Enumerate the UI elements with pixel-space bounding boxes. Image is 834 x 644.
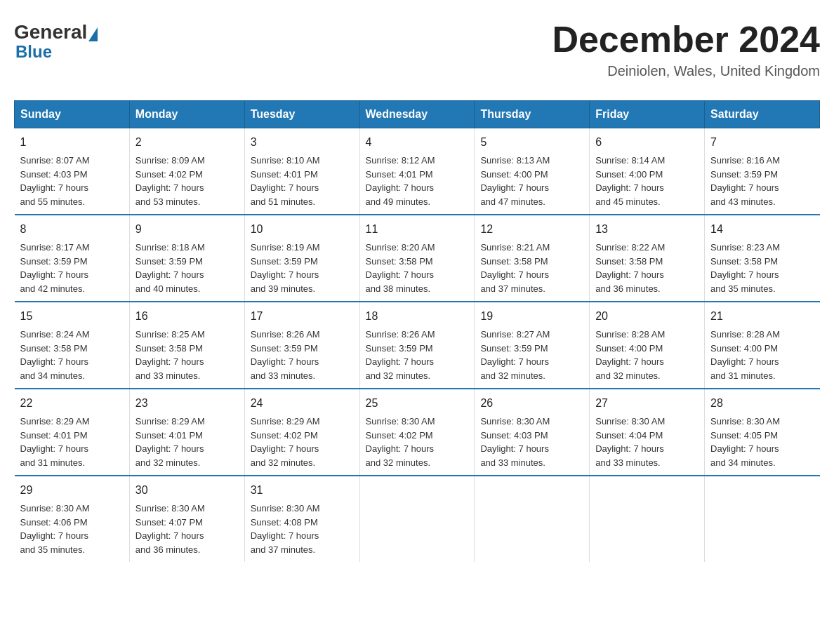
day-daylight-cont-text: and 32 minutes. bbox=[366, 457, 431, 468]
calendar-day-cell bbox=[705, 476, 820, 562]
day-daylight-cont-text: and 35 minutes. bbox=[710, 283, 776, 294]
day-daylight-cont-text: and 38 minutes. bbox=[366, 283, 431, 294]
day-sunrise-text: Sunrise: 8:23 AM bbox=[710, 242, 780, 253]
calendar-day-cell: 3Sunrise: 8:10 AMSunset: 4:01 PMDaylight… bbox=[244, 128, 359, 215]
day-number: 16 bbox=[135, 308, 239, 325]
col-friday: Friday bbox=[590, 101, 705, 128]
day-sunrise-text: Sunrise: 8:28 AM bbox=[710, 329, 780, 340]
calendar-day-cell: 9Sunrise: 8:18 AMSunset: 3:59 PMDaylight… bbox=[129, 215, 244, 302]
day-sunset-text: Sunset: 4:06 PM bbox=[20, 517, 88, 528]
calendar-day-cell: 7Sunrise: 8:16 AMSunset: 3:59 PMDaylight… bbox=[705, 128, 820, 215]
day-daylight-cont-text: and 36 minutes. bbox=[595, 283, 661, 294]
day-number: 29 bbox=[20, 482, 124, 499]
calendar-day-cell: 22Sunrise: 8:29 AMSunset: 4:01 PMDayligh… bbox=[15, 389, 130, 476]
day-number: 14 bbox=[710, 221, 814, 238]
calendar-day-cell: 2Sunrise: 8:09 AMSunset: 4:02 PMDaylight… bbox=[129, 128, 244, 215]
day-daylight-text: Daylight: 7 hours bbox=[366, 269, 435, 280]
day-daylight-cont-text: and 32 minutes. bbox=[480, 370, 545, 381]
day-number: 10 bbox=[251, 221, 354, 238]
day-number: 20 bbox=[595, 308, 699, 325]
day-daylight-text: Daylight: 7 hours bbox=[595, 269, 664, 280]
day-sunset-text: Sunset: 4:00 PM bbox=[595, 343, 663, 354]
day-sunrise-text: Sunrise: 8:22 AM bbox=[595, 242, 665, 253]
day-sunset-text: Sunset: 4:07 PM bbox=[135, 517, 203, 528]
day-sunrise-text: Sunrise: 8:12 AM bbox=[366, 155, 435, 166]
calendar-day-cell: 6Sunrise: 8:14 AMSunset: 4:00 PMDaylight… bbox=[590, 128, 705, 215]
day-sunset-text: Sunset: 4:00 PM bbox=[710, 343, 778, 354]
calendar-day-cell bbox=[359, 476, 475, 562]
day-sunrise-text: Sunrise: 8:28 AM bbox=[595, 329, 665, 340]
day-sunset-text: Sunset: 4:00 PM bbox=[595, 169, 663, 180]
day-sunrise-text: Sunrise: 8:27 AM bbox=[480, 329, 550, 340]
day-daylight-text: Daylight: 7 hours bbox=[595, 443, 664, 454]
calendar-week-row: 29Sunrise: 8:30 AMSunset: 4:06 PMDayligh… bbox=[15, 476, 820, 562]
calendar-day-cell: 23Sunrise: 8:29 AMSunset: 4:01 PMDayligh… bbox=[129, 389, 244, 476]
day-daylight-text: Daylight: 7 hours bbox=[366, 182, 435, 193]
calendar-day-cell: 24Sunrise: 8:29 AMSunset: 4:02 PMDayligh… bbox=[244, 389, 359, 476]
calendar-week-row: 15Sunrise: 8:24 AMSunset: 3:58 PMDayligh… bbox=[15, 302, 820, 389]
day-number: 6 bbox=[595, 134, 699, 151]
day-sunset-text: Sunset: 3:59 PM bbox=[480, 343, 548, 354]
day-sunrise-text: Sunrise: 8:26 AM bbox=[251, 329, 320, 340]
page-header: General Blue December 2024 Deiniolen, Wa… bbox=[14, 14, 820, 86]
day-daylight-text: Daylight: 7 hours bbox=[710, 443, 779, 454]
day-daylight-cont-text: and 43 minutes. bbox=[710, 196, 776, 207]
day-daylight-cont-text: and 37 minutes. bbox=[480, 283, 545, 294]
day-daylight-text: Daylight: 7 hours bbox=[135, 530, 204, 541]
day-daylight-cont-text: and 49 minutes. bbox=[366, 196, 431, 207]
day-sunset-text: Sunset: 3:59 PM bbox=[20, 256, 88, 267]
day-sunrise-text: Sunrise: 8:29 AM bbox=[251, 416, 320, 427]
col-sunday: Sunday bbox=[15, 101, 130, 128]
day-sunset-text: Sunset: 4:05 PM bbox=[710, 430, 778, 441]
day-number: 13 bbox=[595, 221, 699, 238]
day-sunrise-text: Sunrise: 8:07 AM bbox=[20, 155, 90, 166]
day-number: 2 bbox=[135, 134, 239, 151]
day-sunset-text: Sunset: 4:03 PM bbox=[480, 430, 548, 441]
calendar-body: 1Sunrise: 8:07 AMSunset: 4:03 PMDaylight… bbox=[15, 128, 820, 563]
day-daylight-cont-text: and 39 minutes. bbox=[251, 283, 316, 294]
calendar-day-cell: 19Sunrise: 8:27 AMSunset: 3:59 PMDayligh… bbox=[475, 302, 590, 389]
calendar-day-cell: 16Sunrise: 8:25 AMSunset: 3:58 PMDayligh… bbox=[129, 302, 244, 389]
day-daylight-text: Daylight: 7 hours bbox=[595, 356, 664, 367]
day-daylight-cont-text: and 51 minutes. bbox=[251, 196, 316, 207]
calendar-day-cell: 1Sunrise: 8:07 AMSunset: 4:03 PMDaylight… bbox=[15, 128, 130, 215]
calendar-day-cell: 5Sunrise: 8:13 AMSunset: 4:00 PMDaylight… bbox=[475, 128, 590, 215]
calendar-day-cell bbox=[475, 476, 590, 562]
day-daylight-text: Daylight: 7 hours bbox=[251, 356, 319, 367]
header-row: Sunday Monday Tuesday Wednesday Thursday… bbox=[15, 101, 820, 128]
calendar-week-row: 22Sunrise: 8:29 AMSunset: 4:01 PMDayligh… bbox=[15, 389, 820, 476]
day-daylight-text: Daylight: 7 hours bbox=[135, 269, 204, 280]
day-sunset-text: Sunset: 4:01 PM bbox=[366, 169, 433, 180]
day-number: 31 bbox=[251, 482, 354, 499]
day-daylight-text: Daylight: 7 hours bbox=[480, 443, 549, 454]
calendar-day-cell: 30Sunrise: 8:30 AMSunset: 4:07 PMDayligh… bbox=[129, 476, 244, 562]
day-sunset-text: Sunset: 3:58 PM bbox=[595, 256, 663, 267]
day-daylight-text: Daylight: 7 hours bbox=[20, 530, 89, 541]
day-sunset-text: Sunset: 3:58 PM bbox=[20, 343, 88, 354]
logo: General Blue bbox=[14, 21, 99, 62]
day-sunset-text: Sunset: 4:03 PM bbox=[20, 169, 88, 180]
calendar-day-cell: 12Sunrise: 8:21 AMSunset: 3:58 PMDayligh… bbox=[475, 215, 590, 302]
day-daylight-cont-text: and 31 minutes. bbox=[710, 370, 776, 381]
day-daylight-cont-text: and 33 minutes. bbox=[595, 457, 661, 468]
day-sunset-text: Sunset: 4:02 PM bbox=[366, 430, 433, 441]
day-daylight-cont-text: and 53 minutes. bbox=[135, 196, 201, 207]
day-number: 25 bbox=[366, 395, 469, 412]
day-sunset-text: Sunset: 4:00 PM bbox=[480, 169, 548, 180]
day-sunrise-text: Sunrise: 8:30 AM bbox=[135, 503, 205, 514]
calendar-day-cell bbox=[590, 476, 705, 562]
calendar-day-cell: 17Sunrise: 8:26 AMSunset: 3:59 PMDayligh… bbox=[244, 302, 359, 389]
day-sunrise-text: Sunrise: 8:18 AM bbox=[135, 242, 205, 253]
logo-blue-label: Blue bbox=[15, 42, 52, 62]
day-daylight-cont-text: and 32 minutes. bbox=[595, 370, 661, 381]
calendar-day-cell: 29Sunrise: 8:30 AMSunset: 4:06 PMDayligh… bbox=[15, 476, 130, 562]
col-saturday: Saturday bbox=[705, 101, 820, 128]
day-number: 24 bbox=[251, 395, 354, 412]
calendar-day-cell: 11Sunrise: 8:20 AMSunset: 3:58 PMDayligh… bbox=[359, 215, 475, 302]
calendar-day-cell: 15Sunrise: 8:24 AMSunset: 3:58 PMDayligh… bbox=[15, 302, 130, 389]
day-sunrise-text: Sunrise: 8:14 AM bbox=[595, 155, 665, 166]
col-monday: Monday bbox=[129, 101, 244, 128]
month-title: December 2024 bbox=[552, 21, 820, 58]
day-daylight-cont-text: and 42 minutes. bbox=[20, 283, 86, 294]
day-sunset-text: Sunset: 3:58 PM bbox=[135, 343, 203, 354]
